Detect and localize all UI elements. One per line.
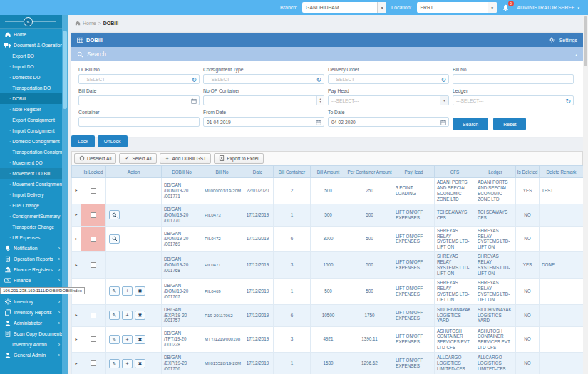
col-header-date[interactable]: Date	[242, 166, 274, 178]
row-expander[interactable]: ▸	[75, 263, 77, 267]
row-checkbox[interactable]	[91, 313, 96, 318]
select-all-button[interactable]: ✓Select All	[119, 153, 156, 164]
sidebar-item-dobill[interactable]: ·DOBill	[0, 93, 62, 104]
row-checkbox[interactable]	[91, 336, 96, 342]
row-expander[interactable]: ▸	[75, 313, 77, 317]
unlock-button[interactable]: UnLock	[98, 135, 128, 147]
sidebar-item-transportation-do[interactable]: ·Transportation DO	[0, 83, 62, 93]
no-of-container-input[interactable]: ▴▾	[203, 95, 324, 105]
sidebar-item-inventory-reports[interactable]: Inventory Reports›	[0, 307, 62, 318]
calendar-icon[interactable]	[440, 118, 447, 127]
settings-button[interactable]: Settings	[549, 37, 577, 43]
col-header-cfs[interactable]: CFS	[435, 166, 475, 178]
reset-button[interactable]: Reset	[493, 118, 526, 130]
refresh-icon[interactable]: ↻	[440, 76, 446, 84]
col-header-expand[interactable]	[72, 166, 81, 178]
user-menu[interactable]: ADMINISTRATOR SHREE ▾	[517, 5, 579, 10]
refresh-icon[interactable]: ↻	[191, 76, 197, 84]
row-checkbox[interactable]	[91, 188, 96, 194]
dobill-no-input[interactable]: ---SELECT---↻	[78, 74, 200, 84]
col-header-per-container-amount[interactable]: Per Container Amount	[346, 166, 393, 178]
add-dobill-gst-button[interactable]: +Add DOBill GST	[160, 153, 212, 164]
col-header-bill-container[interactable]: Bill Container	[274, 166, 311, 178]
refresh-icon[interactable]: ↻	[316, 76, 321, 84]
location-select[interactable]: ERRT ▾	[417, 2, 497, 13]
add-gst-row-button[interactable]: +	[122, 359, 133, 368]
export-to-excel-button[interactable]: Export to Excel	[214, 153, 263, 164]
sidebar-collapse-button[interactable]: «	[24, 17, 33, 26]
search-section-header[interactable]: Search ▴	[71, 47, 583, 61]
sidebar-scrollbar[interactable]	[62, 15, 68, 374]
refresh-icon[interactable]: ↻	[565, 97, 571, 105]
sidebar-item-lr-expenses[interactable]: ·LR Expenses	[0, 232, 62, 243]
row-checkbox[interactable]	[91, 360, 96, 366]
sidebar-item-export-do[interactable]: ·Export DO	[0, 51, 62, 61]
row-expander[interactable]: ▸	[75, 337, 77, 341]
consignment-type-input[interactable]: ---SELECT---↻	[203, 74, 324, 84]
col-header-delete-remark[interactable]: Delete Remark	[540, 166, 584, 178]
notifications-button[interactable]: 0	[502, 3, 512, 13]
sidebar-item-scan-copy-documents[interactable]: Scan Copy Documents	[0, 328, 62, 339]
container-input[interactable]	[78, 117, 200, 127]
edit-button[interactable]: ✎	[109, 335, 120, 344]
sidebar-item-domesic-consignment[interactable]: ·Domesic Consignment	[0, 136, 62, 147]
chevron-down-icon[interactable]: ▾	[440, 96, 448, 105]
col-header-payhead[interactable]: PayHead	[393, 166, 435, 178]
sidebar-item-import-consignment[interactable]: ·Import Consignment	[0, 125, 62, 136]
search-button[interactable]: Search	[453, 118, 488, 130]
col-header-action[interactable]: Action	[106, 166, 162, 178]
row-expander[interactable]: ▸	[75, 237, 77, 241]
from-date-input[interactable]: 01-04-2019	[203, 117, 324, 127]
deselect-all-button[interactable]: Deselect All	[74, 153, 116, 164]
sidebar-item-administrator[interactable]: Administrator›	[0, 318, 62, 328]
row-expander[interactable]: ▸	[75, 361, 77, 365]
to-date-input[interactable]: 04-02-2020	[328, 117, 449, 127]
sidebar-item-inventory[interactable]: Inventory›	[0, 296, 62, 307]
chevron-up-icon[interactable]: ▴	[575, 52, 577, 57]
sidebar-item-notification[interactable]: Notification›	[0, 243, 62, 254]
row-checkbox[interactable]	[91, 262, 96, 268]
sidebar-item-home[interactable]: Home	[0, 29, 62, 40]
sidebar-item-operation-reports[interactable]: Operation Reports›	[0, 254, 62, 264]
sidebar-item-import-do[interactable]: ·Import DO	[0, 61, 62, 72]
delete-row-button[interactable]: ✖	[135, 286, 145, 296]
add-gst-row-button[interactable]: +	[122, 335, 133, 344]
lock-button[interactable]: Lock	[71, 135, 95, 147]
row-checkbox[interactable]	[91, 237, 96, 242]
ledger-input[interactable]: ---SELECT---↻	[453, 95, 574, 105]
breadcrumb-home[interactable]: Home	[83, 21, 96, 26]
col-header-bill-amount[interactable]: Bill Amount	[311, 166, 346, 178]
pay-head-input[interactable]: ---SELECT---▾	[328, 95, 449, 105]
row-checkbox[interactable]	[91, 212, 96, 218]
sidebar-item-general-admin[interactable]: General Admin›	[0, 350, 62, 360]
sidebar-item-consignmentsummary[interactable]: ·ConsignmentSummary	[0, 211, 62, 222]
sidebar-item-movement-do-bill[interactable]: ·Movement DO Bill	[0, 168, 62, 179]
row-expander[interactable]: ▸	[75, 212, 77, 217]
number-spinner[interactable]: ▴▾	[316, 96, 324, 105]
calendar-icon[interactable]	[316, 118, 322, 127]
col-header-dobill-no[interactable]: DOBill No	[162, 166, 202, 178]
sidebar-item-import-delivery[interactable]: ·Import Delivery	[0, 189, 62, 200]
sidebar-item-inventory-admin[interactable]: Inventory Admin›	[0, 339, 62, 350]
bill-date-input[interactable]	[78, 95, 200, 105]
bill-no-input[interactable]	[453, 74, 574, 84]
col-header-is-deleted[interactable]: Is Deleted	[516, 166, 540, 178]
calendar-icon[interactable]	[191, 97, 197, 105]
delete-row-button[interactable]: ✖	[135, 311, 145, 320]
edit-button[interactable]: ✎	[109, 359, 120, 368]
sidebar-item-movement-do[interactable]: ·Movement DO	[0, 157, 62, 168]
sidebar-item-domestic-do[interactable]: ·Domestic DO	[0, 72, 62, 83]
col-header-is-locked[interactable]: Is Locked	[81, 166, 106, 178]
edit-button[interactable]: ✎	[109, 286, 120, 296]
add-gst-row-button[interactable]: +	[122, 286, 133, 296]
col-header-ledger[interactable]: Ledger	[475, 166, 516, 178]
sidebar-item-movement-consignment[interactable]: ·Movement Consignment	[0, 179, 62, 189]
sidebar-item-finance[interactable]: $Finance›	[0, 275, 62, 286]
add-gst-row-button[interactable]: +	[122, 311, 133, 320]
view-details-button[interactable]	[109, 210, 120, 219]
view-details-button[interactable]	[109, 234, 120, 244]
col-header-bill-no[interactable]: Bill No	[202, 166, 242, 178]
sidebar-item-transportation-consignment[interactable]: ·Transportation Consignment	[0, 147, 62, 157]
edit-button[interactable]: ✎	[109, 311, 120, 320]
delete-row-button[interactable]: ✖	[135, 335, 145, 344]
